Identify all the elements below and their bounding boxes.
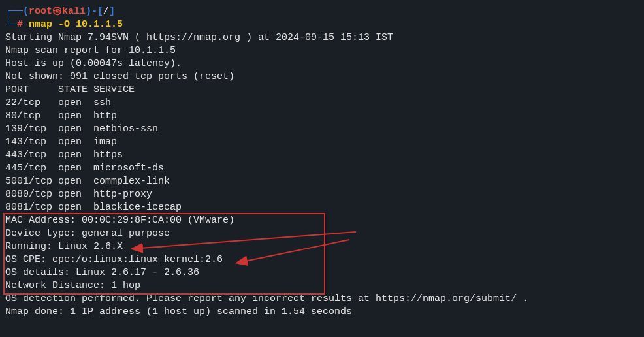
- port-row: 8081/tcp open blackice-icecap: [5, 201, 639, 214]
- prompt-line-1: ┌──(root㉿kali)-[/]: [5, 5, 639, 18]
- port-row: 5001/tcp open commplex-link: [5, 175, 639, 188]
- output-starting: Starting Nmap 7.94SVN ( https://nmap.org…: [5, 31, 639, 44]
- prompt-line-2: └─# nmap -O 10.1.1.5: [5, 18, 639, 31]
- port-row: 139/tcp open netbios-ssn: [5, 123, 639, 136]
- port-row: 445/tcp open microsoft-ds: [5, 162, 639, 175]
- prompt-path: /: [103, 6, 109, 17]
- port-row: 8080/tcp open http-proxy: [5, 188, 639, 201]
- prompt-line2-open: └─: [5, 19, 17, 30]
- port-row: 22/tcp open ssh: [5, 97, 639, 110]
- output-not-shown: Not shown: 991 closed tcp ports (reset): [5, 71, 639, 84]
- output-host-up: Host is up (0.00047s latency).: [5, 57, 639, 71]
- output-header: PORT STATE SERVICE: [5, 84, 639, 97]
- output-report: Nmap scan report for 10.1.1.5: [5, 44, 639, 57]
- output-network-distance: Network Distance: 1 hop: [5, 280, 639, 293]
- output-os-cpe: OS CPE: cpe:/o:linux:linux_kernel:2.6: [5, 253, 639, 266]
- prompt-hash: #: [17, 19, 23, 30]
- prompt-host: kali: [62, 6, 86, 17]
- port-row: 443/tcp open https: [5, 149, 639, 162]
- prompt-user: root: [29, 6, 52, 17]
- command-input[interactable]: nmap -O 10.1.1.5: [23, 19, 123, 30]
- prompt-close: )-[: [86, 6, 103, 17]
- prompt-end: ]: [109, 6, 115, 17]
- output-os-details: OS details: Linux 2.6.17 - 2.6.36: [5, 266, 639, 280]
- output-detection: OS detection performed. Please report an…: [5, 293, 639, 306]
- prompt-open: ┌──(: [5, 6, 29, 17]
- output-mac: MAC Address: 00:0C:29:8F:CA:00 (VMware): [5, 214, 639, 227]
- port-row: 143/tcp open imap: [5, 136, 639, 149]
- output-done: Nmap done: 1 IP address (1 host up) scan…: [5, 306, 639, 319]
- output-running: Running: Linux 2.6.X: [5, 240, 639, 253]
- skull-icon: ㉿: [52, 6, 62, 17]
- port-row: 80/tcp open http: [5, 110, 639, 123]
- output-device-type: Device type: general purpose: [5, 227, 639, 240]
